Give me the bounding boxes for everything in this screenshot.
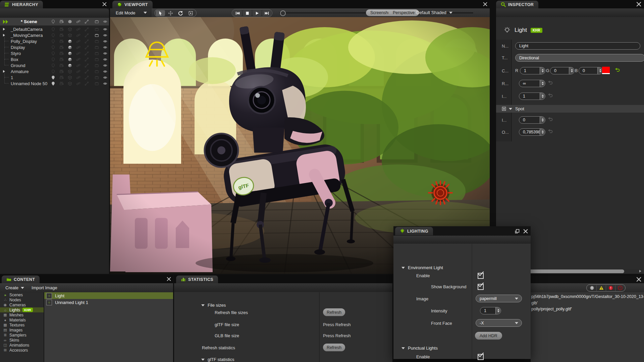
reset-range-icon[interactable] bbox=[547, 81, 553, 85]
front-face-dropdown[interactable]: -X bbox=[476, 319, 522, 327]
node-label[interactable]: Display bbox=[11, 45, 25, 50]
camera-icon[interactable] bbox=[59, 51, 64, 56]
bone-icon[interactable] bbox=[85, 69, 89, 74]
visibility-eye-icon[interactable] bbox=[103, 33, 107, 38]
env-image-dropdown[interactable]: papermill bbox=[476, 295, 522, 302]
content-category[interactable]: ◉ Cameras bbox=[0, 302, 44, 307]
clapper-icon[interactable] bbox=[95, 81, 99, 86]
light-pin-icon[interactable] bbox=[51, 51, 55, 56]
stop-button[interactable] bbox=[243, 10, 252, 16]
tab-viewport[interactable]: VIEWPORT bbox=[112, 1, 153, 8]
camera-icon[interactable] bbox=[59, 39, 64, 44]
link-icon[interactable] bbox=[76, 81, 80, 86]
hierarchy-row[interactable]: _DefaultCamera bbox=[0, 26, 109, 32]
visibility-eye-icon[interactable] bbox=[103, 63, 107, 68]
lighting-float-button[interactable] bbox=[514, 228, 520, 234]
add-hdr-button[interactable]: Add HDR bbox=[475, 332, 502, 340]
clapper-icon[interactable] bbox=[95, 33, 99, 38]
inspector-close-button[interactable] bbox=[636, 1, 642, 7]
select-tool-button[interactable] bbox=[156, 10, 165, 16]
camera-icon[interactable] bbox=[59, 57, 64, 62]
link-icon[interactable] bbox=[76, 39, 80, 44]
content-item[interactable]: ☼ Unnamed Light 1 bbox=[44, 299, 173, 306]
error-filter-button[interactable] bbox=[606, 285, 615, 291]
link-icon[interactable] bbox=[76, 27, 80, 32]
lighting-close-button[interactable] bbox=[523, 228, 528, 234]
warning-filter-button[interactable] bbox=[597, 285, 606, 291]
scene-root-row[interactable]: * Scene bbox=[0, 18, 109, 25]
link-icon[interactable] bbox=[76, 33, 80, 38]
visibility-eye-icon[interactable] bbox=[103, 39, 107, 44]
bone-icon[interactable] bbox=[85, 45, 89, 50]
camera-icon[interactable] bbox=[59, 81, 64, 86]
tab-inspector[interactable]: INSPECTOR bbox=[496, 1, 538, 8]
camera-icon[interactable] bbox=[59, 75, 64, 80]
refresh-file-sizes-button[interactable]: Refresh bbox=[323, 308, 345, 316]
env-intensity-spinner[interactable] bbox=[495, 307, 501, 314]
mesh-cube-icon[interactable] bbox=[68, 27, 72, 32]
visibility-eye-icon[interactable] bbox=[103, 57, 107, 62]
light-pin-icon[interactable] bbox=[51, 81, 55, 86]
visibility-eye-icon[interactable] bbox=[103, 51, 107, 56]
edit-mode-dropdown[interactable]: Edit Mode bbox=[110, 8, 151, 17]
env-intensity-input[interactable]: 1 bbox=[480, 307, 501, 314]
content-category[interactable]: ▤ Images bbox=[0, 327, 44, 333]
clapper-icon[interactable] bbox=[95, 57, 99, 62]
content-category[interactable]: ▩ Textures bbox=[0, 322, 44, 327]
hierarchy-row[interactable]: Polly_Display bbox=[0, 38, 109, 44]
visibility-eye-icon[interactable] bbox=[103, 45, 107, 50]
link-icon[interactable] bbox=[76, 63, 80, 68]
node-label[interactable]: Armature bbox=[11, 69, 29, 74]
hierarchy-row[interactable]: Display bbox=[0, 44, 109, 50]
content-category[interactable]: ≣ Samplers bbox=[0, 333, 44, 338]
refresh-statistics-button[interactable]: Refresh bbox=[323, 344, 345, 351]
bone-icon[interactable] bbox=[85, 63, 89, 68]
hierarchy-row[interactable]: Styro bbox=[0, 50, 109, 56]
mesh-cube-icon[interactable] bbox=[68, 51, 72, 56]
punctual-enable-checkbox[interactable] bbox=[478, 354, 484, 360]
content-category[interactable]: ⊞ Accessors bbox=[0, 348, 44, 353]
g-spinner[interactable] bbox=[569, 67, 575, 74]
node-label[interactable]: Unnamed Node 50 bbox=[11, 81, 47, 86]
bone-icon[interactable] bbox=[85, 81, 89, 86]
expand-arrow-icon[interactable] bbox=[3, 28, 5, 31]
clapper-icon[interactable] bbox=[95, 51, 99, 56]
clapper-icon[interactable] bbox=[95, 69, 99, 74]
bone-icon[interactable] bbox=[85, 39, 89, 44]
visibility-eye-icon[interactable] bbox=[103, 27, 107, 32]
reset-intensity-icon[interactable] bbox=[547, 94, 553, 98]
link-icon[interactable] bbox=[76, 51, 80, 56]
bone-icon[interactable] bbox=[85, 75, 89, 80]
node-label[interactable]: Polly_Display bbox=[11, 39, 37, 44]
light-pin-icon[interactable] bbox=[51, 63, 55, 68]
mesh-cube-icon[interactable] bbox=[68, 57, 72, 62]
visibility-eye-icon[interactable] bbox=[103, 69, 107, 74]
tab-hierarchy[interactable]: HIERARCHY bbox=[0, 1, 43, 8]
link-icon[interactable] bbox=[76, 69, 80, 74]
visibility-eye-icon[interactable] bbox=[103, 81, 107, 86]
mesh-cube-icon[interactable] bbox=[68, 81, 72, 86]
name-input[interactable]: Light bbox=[515, 42, 640, 50]
hierarchy-row[interactable]: Armature bbox=[0, 68, 109, 74]
color-swatch[interactable] bbox=[602, 67, 610, 74]
create-button[interactable]: Create bbox=[5, 285, 24, 290]
frame-select-tool-button[interactable] bbox=[186, 10, 195, 16]
console-log[interactable]: pj56h1b7pwdb_0xscmm0000gn/T/Gestaltor_30… bbox=[531, 292, 644, 362]
mesh-cube-icon[interactable] bbox=[68, 69, 72, 74]
bone-icon[interactable] bbox=[85, 33, 89, 38]
rotate-tool-button[interactable] bbox=[176, 10, 185, 16]
mesh-cube-icon[interactable] bbox=[68, 75, 72, 80]
camera-icon[interactable] bbox=[59, 45, 64, 50]
node-label[interactable]: Styro bbox=[11, 51, 21, 56]
camera-icon[interactable] bbox=[59, 63, 64, 68]
node-label[interactable]: _MovingCamera bbox=[11, 33, 43, 38]
light-pin-icon[interactable] bbox=[51, 57, 55, 62]
content-category[interactable]: ● Materials bbox=[0, 317, 44, 322]
content-category[interactable]: ∞ Skins bbox=[0, 338, 44, 343]
skip-to-start-button[interactable] bbox=[233, 10, 242, 16]
clapper-icon[interactable] bbox=[95, 45, 99, 50]
b-input[interactable]: 0 bbox=[579, 67, 603, 74]
content-item[interactable]: ☼ Light bbox=[44, 292, 173, 299]
mesh-cube-icon[interactable] bbox=[68, 63, 72, 68]
visibility-eye-icon[interactable] bbox=[103, 75, 107, 80]
